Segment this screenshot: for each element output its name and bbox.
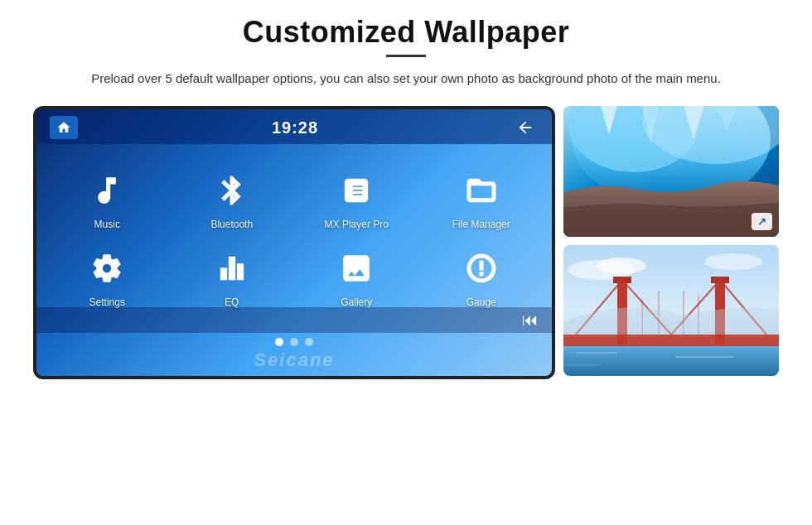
app-gallery[interactable]: Gallery <box>294 238 419 316</box>
home-icon <box>56 120 71 135</box>
skip-back-button[interactable]: ⏮ <box>522 311 539 330</box>
app-eq[interactable]: EQ <box>170 238 295 316</box>
dot-3[interactable] <box>305 338 313 346</box>
content-row: 19:28 Music <box>33 106 779 379</box>
bluetooth-icon <box>210 169 254 212</box>
gallery-icon <box>335 247 378 290</box>
music-icon <box>85 169 128 212</box>
app-bluetooth[interactable]: Bluetooth <box>170 161 295 238</box>
music-label: Music <box>94 219 120 230</box>
app-filemanager[interactable]: File Manager <box>419 161 544 238</box>
app-grid-row1: Music Bluetooth <box>36 144 552 325</box>
mxplayer-icon <box>335 169 378 212</box>
trend-icon-overlay: ↗ <box>752 213 772 230</box>
back-icon <box>516 118 534 137</box>
settings-label: Settings <box>89 296 125 308</box>
dot-2[interactable] <box>290 338 298 346</box>
gauge-icon <box>460 247 503 290</box>
watermark: Seicane <box>254 349 334 371</box>
page-container: Customized Wallpaper Preload over 5 defa… <box>0 0 812 525</box>
bluetooth-label: Bluetooth <box>210 219 253 230</box>
dot-1[interactable] <box>275 338 283 346</box>
mxplayer-label: MX Player Pro <box>325 219 389 230</box>
eq-label: EQ <box>225 296 239 308</box>
svg-point-11 <box>704 253 762 270</box>
back-button[interactable] <box>512 116 539 139</box>
filemanager-icon <box>460 169 503 212</box>
status-bar: 19:28 <box>36 109 552 144</box>
svg-rect-16 <box>563 335 779 346</box>
app-gauge[interactable]: Gauge <box>419 238 544 316</box>
svg-point-10 <box>597 258 646 274</box>
app-settings[interactable]: Settings <box>45 238 170 316</box>
app-mxplayer[interactable]: MX Player Pro <box>294 161 419 238</box>
media-bar: ⏮ <box>36 307 552 333</box>
car-screen: 19:28 Music <box>33 106 555 379</box>
svg-rect-12 <box>563 344 779 376</box>
home-button[interactable] <box>50 116 78 139</box>
page-title: Customized Wallpaper <box>243 15 570 50</box>
gallery-label: Gallery <box>341 296 372 308</box>
time-display: 19:28 <box>272 118 318 137</box>
filemanager-label: File Manager <box>452 219 510 230</box>
thumbnails-column: ↗ <box>563 106 779 376</box>
title-underline <box>386 55 426 57</box>
screen-bottom: ⏮ Seicane <box>36 307 552 376</box>
ice-thumbnail-inner: ↗ <box>563 106 779 237</box>
pagination-dots <box>275 338 313 346</box>
bridge-thumbnail-inner <box>563 245 779 376</box>
bridge-image <box>563 245 779 376</box>
ice-image <box>563 106 779 237</box>
thumbnail-ice[interactable]: ↗ <box>563 106 779 237</box>
settings-icon <box>85 247 128 290</box>
thumbnail-bridge[interactable] <box>563 245 779 376</box>
page-description: Preload over 5 default wallpaper options… <box>91 69 721 88</box>
app-music[interactable]: Music <box>45 161 170 238</box>
gauge-label: Gauge <box>466 296 496 308</box>
eq-icon <box>210 247 254 290</box>
